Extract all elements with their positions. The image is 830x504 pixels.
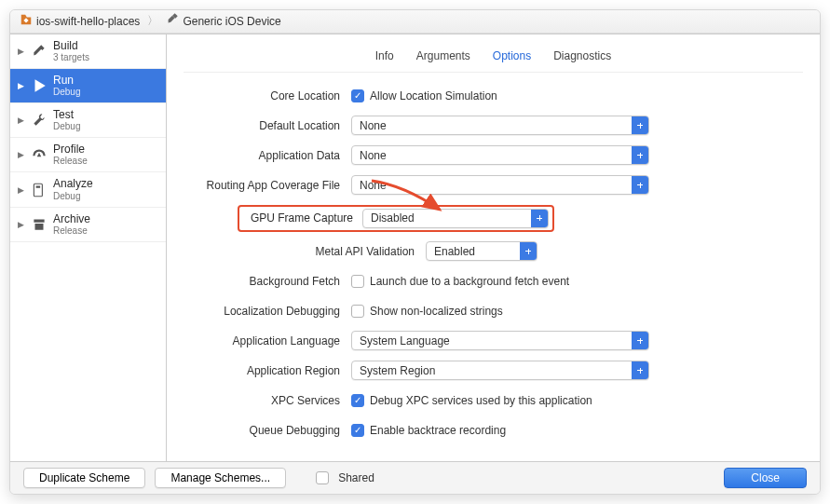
wrench-icon — [31, 114, 48, 127]
localization-debug-text: Show non-localized strings — [370, 305, 503, 318]
tab-arguments[interactable]: Arguments — [416, 49, 470, 62]
breadcrumb-project[interactable]: ios-swift-hello-places — [20, 13, 140, 29]
shared-label: Shared — [338, 471, 374, 484]
gpu-capture-highlight: GPU Frame Capture Disabled — [238, 205, 554, 232]
queue-debugging-label: Queue Debugging — [184, 424, 351, 437]
tab-info[interactable]: Info — [375, 49, 394, 62]
footer-bar: Duplicate Scheme Manage Schemes... Share… — [10, 461, 820, 494]
sidebar-item-label: Archive — [53, 213, 90, 225]
application-language-select[interactable]: System Language — [351, 331, 649, 350]
default-location-select[interactable]: None — [351, 116, 649, 135]
chevron-right-icon: ▶ — [18, 47, 25, 56]
sidebar-item-test[interactable]: ▶ Test Debug — [10, 103, 166, 138]
sidebar-item-build[interactable]: ▶ Build 3 targets — [10, 34, 166, 69]
metal-validation-select[interactable]: Enabled — [426, 241, 537, 261]
sidebar-item-sub: 3 targets — [53, 52, 89, 62]
duplicate-scheme-button[interactable]: Duplicate Scheme — [23, 468, 145, 488]
chevron-right-icon: ▶ — [18, 81, 25, 90]
localization-debug-label: Localization Debugging — [184, 305, 351, 318]
scheme-tabs: Info Arguments Options Diagnostics — [184, 46, 803, 73]
breadcrumb-target-label: Generic iOS Device — [183, 15, 280, 28]
manage-schemes-button[interactable]: Manage Schemes... — [155, 468, 286, 488]
sidebar-item-profile[interactable]: ▶ Profile Release — [10, 138, 166, 172]
hammer-icon — [31, 45, 48, 58]
application-data-label: Application Data — [184, 149, 351, 162]
xpc-services-text: Debug XPC services used by this applicat… — [370, 394, 592, 407]
shared-checkbox[interactable] — [316, 471, 329, 484]
main-body: ▶ Build 3 targets ▶ Run Debug ▶ Te — [10, 34, 820, 461]
localization-debug-checkbox[interactable] — [351, 305, 364, 318]
application-region-select[interactable]: System Region — [351, 361, 649, 380]
close-button[interactable]: Close — [724, 468, 807, 488]
sidebar-item-label: Analyze — [53, 178, 93, 190]
routing-file-select[interactable]: None — [351, 175, 649, 195]
sidebar-item-sub: Debug — [53, 87, 80, 97]
chevron-right-icon: ▶ — [18, 116, 25, 125]
default-location-label: Default Location — [184, 119, 351, 132]
play-icon — [31, 79, 48, 92]
chevron-right-icon: ▶ — [18, 185, 25, 195]
sidebar-item-label: Run — [53, 75, 80, 87]
allow-location-checkbox[interactable] — [351, 89, 364, 102]
application-region-label: Application Region — [184, 364, 351, 377]
hammer-icon — [166, 13, 179, 29]
sidebar-item-label: Build — [53, 40, 89, 52]
application-data-select[interactable]: None — [351, 145, 649, 165]
archive-icon — [31, 218, 48, 231]
analyze-icon — [31, 184, 48, 197]
scheme-sidebar: ▶ Build 3 targets ▶ Run Debug ▶ Te — [10, 34, 167, 461]
tab-diagnostics[interactable]: Diagnostics — [553, 49, 611, 62]
queue-debugging-checkbox[interactable] — [351, 424, 364, 437]
metal-validation-label: Metal API Validation — [184, 245, 426, 258]
sidebar-item-run[interactable]: ▶ Run Debug — [10, 69, 166, 103]
scheme-editor-window: ios-swift-hello-places 〉 Generic iOS Dev… — [9, 9, 821, 495]
svg-rect-1 — [34, 184, 42, 197]
sidebar-item-sub: Release — [53, 225, 90, 236]
sidebar-item-archive[interactable]: ▶ Archive Release — [10, 208, 166, 242]
breadcrumb-separator: 〉 — [143, 13, 162, 29]
routing-file-label: Routing App Coverage File — [184, 179, 351, 192]
sidebar-item-sub: Release — [53, 156, 88, 166]
chevron-right-icon: ▶ — [18, 150, 25, 159]
background-fetch-checkbox[interactable] — [351, 275, 364, 288]
background-fetch-label: Background Fetch — [184, 275, 351, 288]
application-language-label: Application Language — [184, 334, 351, 347]
gpu-capture-select[interactable]: Disabled — [362, 209, 549, 228]
allow-location-label: Allow Location Simulation — [370, 89, 497, 102]
breadcrumb-bar: ios-swift-hello-places 〉 Generic iOS Dev… — [10, 10, 820, 34]
xpc-services-checkbox[interactable] — [351, 394, 364, 407]
options-panel: Info Arguments Options Diagnostics Core … — [167, 34, 820, 461]
xpc-services-label: XPC Services — [184, 394, 351, 407]
svg-rect-2 — [36, 185, 41, 187]
queue-debugging-text: Enable backtrace recording — [370, 424, 506, 437]
sidebar-item-sub: Debug — [53, 121, 80, 131]
sidebar-item-label: Profile — [53, 143, 88, 156]
background-fetch-text: Launch due to a background fetch event — [370, 275, 569, 288]
chevron-right-icon: ▶ — [18, 220, 25, 229]
sidebar-item-sub: Debug — [53, 191, 93, 201]
breadcrumb-project-label: ios-swift-hello-places — [36, 15, 140, 28]
core-location-label: Core Location — [184, 89, 351, 102]
gauge-icon — [31, 148, 48, 161]
app-icon — [20, 13, 33, 29]
tab-options[interactable]: Options — [493, 49, 531, 62]
gpu-capture-label: GPU Frame Capture — [243, 211, 353, 225]
sidebar-item-label: Test — [53, 109, 80, 121]
breadcrumb-target[interactable]: Generic iOS Device — [166, 13, 280, 29]
sidebar-item-analyze[interactable]: ▶ Analyze Debug — [10, 172, 166, 207]
